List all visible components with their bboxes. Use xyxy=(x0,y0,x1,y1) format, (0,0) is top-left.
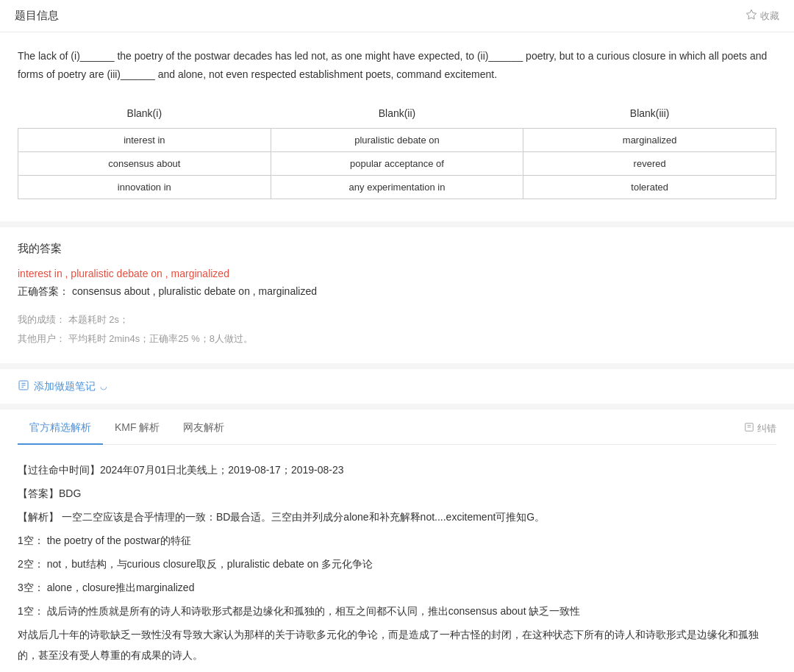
report-icon xyxy=(744,422,754,435)
note-icon xyxy=(18,379,29,393)
correct-answer-row: 正确答案： consensus about , pluralistic deba… xyxy=(18,285,776,299)
note-section: 添加做题笔记 ◡ xyxy=(0,369,794,410)
blank-i-header: Blank(i) xyxy=(18,101,271,129)
stats-row: 我的成绩： 本题耗时 2s； 其他用户： 平均耗时 2min4s；正确率25 %… xyxy=(18,310,776,348)
blank2-label: 2空： xyxy=(18,558,44,570)
section-title: 题目信息 xyxy=(15,9,59,23)
detail1-text: 战后诗的性质就是所有的诗人和诗歌形式都是边缘化和孤独的，相互之间都不认同，推出c… xyxy=(47,605,581,617)
star-icon xyxy=(745,9,757,23)
correct-answer-text: consensus about , pluralistic debate on … xyxy=(72,285,317,297)
add-note-button[interactable]: 添加做题笔记 ◡ xyxy=(18,379,107,393)
correct-label: 正确答案： xyxy=(18,285,69,297)
tab-1[interactable]: KMF 解析 xyxy=(103,412,171,445)
report-label: 纠错 xyxy=(757,422,776,435)
analysis-content: 【过往命中时间】2024年07月01日北美线上；2019-08-17；2019-… xyxy=(18,445,776,672)
answer-line: 【答案】BDG xyxy=(18,483,776,504)
bookmark-button[interactable]: 收藏 xyxy=(745,9,779,23)
translation-line: 【句子翻译】 战后几十年诗界共识的缺乏并没有导致期待中的对诗歌的多元化争论，而是… xyxy=(18,668,776,672)
tab-header: 官方精选解析KMF 解析网友解析 纠错 xyxy=(18,410,776,445)
detail-para: 对战后几十年的诗歌缺乏一致性没有导致大家认为那样的关于诗歌多元化的争论，而是造成… xyxy=(18,624,776,665)
blank1-label: 1空： xyxy=(18,535,44,546)
explanation-text: 一空二空应该是合乎情理的一致：BD最合适。三空由并列成分alone和补充解释no… xyxy=(62,511,545,523)
blank1-line: 1空： the poetry of the postwar的特征 xyxy=(18,530,776,551)
blank-table: Blank(i) Blank(ii) Blank(iii) interest i… xyxy=(18,101,776,199)
detail1-line: 1空： 战后诗的性质就是所有的诗人和诗歌形式都是边缘化和孤独的，相互之间都不认同… xyxy=(18,601,776,621)
blank-option-1-3[interactable]: innovation in xyxy=(18,176,271,199)
blank2-line: 2空： not，but结构，与curious closure取反，plurali… xyxy=(18,554,776,574)
other-users-label: 其他用户： xyxy=(18,333,65,344)
bookmark-label: 收藏 xyxy=(760,10,779,23)
blank-option-2-3[interactable]: any experimentation in xyxy=(271,176,523,199)
blank3-label: 3空： xyxy=(18,582,44,593)
add-note-label: 添加做题笔记 xyxy=(34,380,96,393)
tab-list: 官方精选解析KMF 解析网友解析 xyxy=(18,412,236,444)
blank-option-1-1[interactable]: interest in xyxy=(18,129,271,152)
detail1-label: 1空： xyxy=(18,605,44,617)
blank-option-1-2[interactable]: consensus about xyxy=(18,152,271,176)
other-stats: 平均耗时 2min4s；正确率25 %；8人做过。 xyxy=(68,333,253,344)
blank-option-2-2[interactable]: popular acceptance of xyxy=(271,152,523,176)
tab-2[interactable]: 网友解析 xyxy=(171,412,236,445)
blank3-text: alone，closure推出marginalized xyxy=(47,582,195,593)
question-text: The lack of (i)______ the poetry of the … xyxy=(18,47,776,84)
svg-marker-0 xyxy=(746,10,756,19)
blank-option-3-2[interactable]: revered xyxy=(523,152,776,176)
my-stats-label: 我的成绩： xyxy=(18,314,65,325)
blank3-line: 3空： alone，closure推出marginalized xyxy=(18,577,776,598)
my-answer-section: 我的答案 interest in , pluralistic debate on… xyxy=(0,227,794,369)
question-area: The lack of (i)______ the poetry of the … xyxy=(0,32,794,227)
my-answer-value: interest in , pluralistic debate on , ma… xyxy=(18,268,776,279)
explanation-label: 【解析】 xyxy=(18,511,59,523)
my-answer-label: 我的答案 xyxy=(18,242,776,256)
tab-0[interactable]: 官方精选解析 xyxy=(18,412,103,445)
time-line: 【过往命中时间】2024年07月01日北美线上；2019-08-17；2019-… xyxy=(18,460,776,480)
blank2-text: not，but结构，与curious closure取反，pluralistic… xyxy=(47,558,373,570)
blank-option-2-1[interactable]: pluralistic debate on xyxy=(271,129,523,152)
note-expand-icon: ◡ xyxy=(100,382,107,391)
section-header: 题目信息 收藏 xyxy=(0,0,794,32)
blank-option-3-1[interactable]: marginalized xyxy=(523,129,776,152)
blank-iii-header: Blank(iii) xyxy=(523,101,776,129)
analysis-section: 官方精选解析KMF 解析网友解析 纠错 【过往命中时间】2024年07月01日北… xyxy=(0,410,794,672)
blank1-text: the poetry of the postwar的特征 xyxy=(47,535,191,546)
blank-option-3-3[interactable]: tolerated xyxy=(523,176,776,199)
report-button[interactable]: 纠错 xyxy=(744,422,776,435)
my-time: 本题耗时 2s； xyxy=(68,314,129,325)
blank-ii-header: Blank(ii) xyxy=(271,101,523,129)
explanation-line: 【解析】 一空二空应该是合乎情理的一致：BD最合适。三空由并列成分alone和补… xyxy=(18,507,776,527)
